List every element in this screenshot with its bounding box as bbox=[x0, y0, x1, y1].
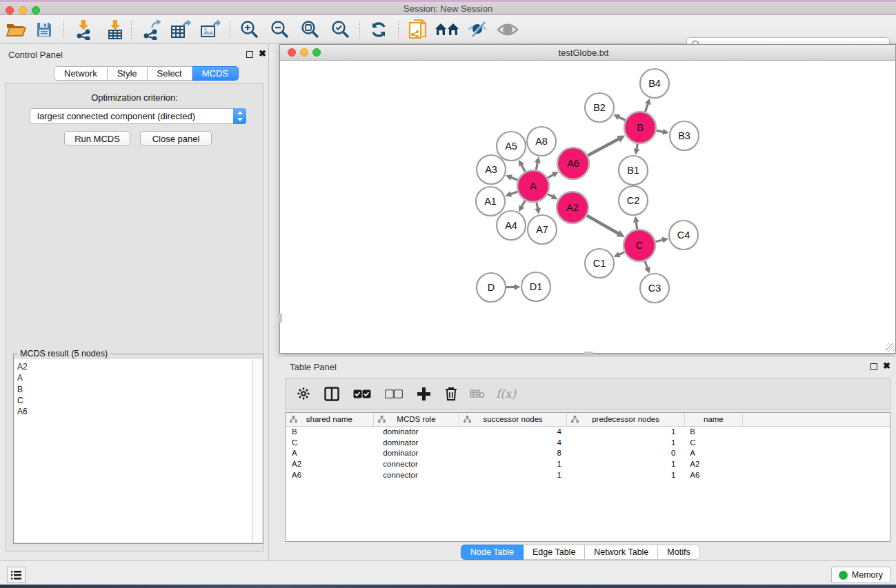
network-graph[interactable]: B4B2BB3A8A5A6A3B1AA1C2A2A4A7C4CC1C3DD1 bbox=[280, 61, 895, 353]
graph-node-A1[interactable]: A1 bbox=[476, 187, 505, 216]
result-list-scrollbar[interactable] bbox=[252, 359, 262, 543]
graph-node-C3[interactable]: C3 bbox=[640, 274, 669, 303]
graph-node-D[interactable]: D bbox=[477, 273, 506, 302]
import-network-icon[interactable] bbox=[74, 19, 92, 40]
function-builder-icon[interactable]: f(x) bbox=[496, 387, 516, 401]
tab-mcds[interactable]: MCDS bbox=[192, 66, 239, 81]
resize-grip[interactable] bbox=[886, 343, 895, 352]
table-row[interactable]: Cdominator41C bbox=[286, 437, 890, 448]
result-list-item[interactable]: B bbox=[17, 384, 252, 395]
save-session-icon[interactable] bbox=[36, 21, 52, 38]
open-session-icon[interactable] bbox=[6, 21, 26, 38]
edge-arrowhead bbox=[535, 156, 541, 163]
create-column-icon[interactable] bbox=[417, 387, 431, 401]
network-canvas[interactable]: B4B2BB3A8A5A6A3B1AA1C2A2A4A7C4CC1C3DD1 bbox=[280, 61, 895, 353]
graph-node-A8[interactable]: A8 bbox=[527, 127, 556, 156]
graph-node-B3[interactable]: B3 bbox=[670, 121, 699, 150]
deselect-all-rows-icon[interactable] bbox=[385, 389, 403, 398]
node-label: A2 bbox=[566, 202, 579, 213]
export-network-icon[interactable] bbox=[141, 19, 161, 40]
tab-node-table[interactable]: Node Table bbox=[461, 545, 524, 560]
column-header-MCDS-role[interactable]: MCDS role bbox=[373, 413, 459, 426]
graph-node-C2[interactable]: C2 bbox=[619, 186, 648, 215]
window-titlebar[interactable]: Session: New Session bbox=[0, 2, 896, 15]
delete-column-icon[interactable] bbox=[445, 387, 457, 401]
table-row[interactable]: A2connector11A2 bbox=[286, 458, 890, 469]
column-header-name[interactable]: name bbox=[684, 413, 742, 426]
delete-table-icon[interactable] bbox=[470, 389, 485, 398]
network-window-title: testGlobe.txt bbox=[280, 48, 887, 58]
node-table[interactable]: shared nameMCDS rolesuccessor nodesprede… bbox=[285, 412, 890, 542]
table-row[interactable]: A6connector11A6 bbox=[286, 469, 890, 480]
graph-node-A7[interactable]: A7 bbox=[528, 215, 557, 244]
home-icon[interactable] bbox=[435, 21, 459, 38]
zoom-in-icon[interactable] bbox=[240, 20, 259, 39]
show-details-icon[interactable] bbox=[497, 22, 519, 37]
float-panel-icon[interactable] bbox=[246, 51, 253, 58]
memory-button[interactable]: Memory bbox=[831, 567, 890, 583]
zoom-selected-icon[interactable] bbox=[331, 20, 350, 39]
column-header-successor-nodes[interactable]: successor nodes bbox=[459, 413, 567, 426]
table-float-panel-icon[interactable] bbox=[870, 363, 877, 370]
graph-node-A6[interactable]: A6 bbox=[557, 148, 589, 179]
optimization-criterion-label: Optimization criterion: bbox=[6, 92, 263, 103]
criterion-dropdown[interactable]: largest connected component (directed) bbox=[30, 108, 246, 124]
table-row[interactable]: Adominator80A bbox=[286, 447, 890, 458]
graph-node-B2[interactable]: B2 bbox=[585, 93, 614, 122]
edge-arrowhead bbox=[633, 216, 639, 223]
graph-node-C[interactable]: C bbox=[624, 230, 655, 261]
toolbar-separator bbox=[398, 21, 399, 39]
status-menu-button[interactable] bbox=[7, 567, 26, 583]
memory-status-icon bbox=[839, 571, 848, 580]
run-mcds-button[interactable]: Run MCDS bbox=[64, 131, 130, 146]
zoom-fit-icon[interactable] bbox=[301, 20, 320, 39]
graph-node-A4[interactable]: A4 bbox=[497, 211, 526, 240]
result-list-item[interactable]: C bbox=[17, 395, 252, 406]
graph-node-C1[interactable]: C1 bbox=[585, 249, 614, 278]
result-list-item[interactable]: A bbox=[17, 372, 252, 383]
column-header-shared-name[interactable]: shared name bbox=[286, 413, 373, 426]
graph-node-D1[interactable]: D1 bbox=[521, 272, 550, 301]
node-label: A4 bbox=[505, 220, 517, 231]
tab-network-table[interactable]: Network Table bbox=[585, 545, 658, 560]
node-label: C3 bbox=[648, 283, 661, 294]
tab-network[interactable]: Network bbox=[54, 66, 108, 81]
node-label: C2 bbox=[627, 195, 640, 206]
graph-node-A2[interactable]: A2 bbox=[557, 192, 588, 223]
column-header-filler bbox=[742, 413, 890, 426]
export-image-icon[interactable] bbox=[200, 19, 221, 40]
hide-details-icon[interactable] bbox=[467, 21, 488, 38]
graph-node-A[interactable]: A bbox=[517, 170, 549, 202]
graph-node-A3[interactable]: A3 bbox=[477, 155, 506, 184]
import-table-icon[interactable] bbox=[106, 19, 124, 40]
graph-node-A5[interactable]: A5 bbox=[497, 132, 526, 161]
tab-edge-table[interactable]: Edge Table bbox=[524, 545, 585, 560]
table-settings-icon[interactable] bbox=[297, 387, 310, 401]
edge-A6-B[interactable] bbox=[586, 139, 620, 156]
network-window-titlebar[interactable]: testGlobe.txt bbox=[280, 45, 895, 61]
mcds-result-list[interactable]: A2ABCA6 bbox=[14, 359, 252, 543]
close-panel-icon[interactable]: ✖ bbox=[259, 48, 266, 59]
refresh-icon[interactable] bbox=[370, 21, 388, 39]
graph-node-B[interactable]: B bbox=[624, 112, 656, 143]
graph-node-C4[interactable]: C4 bbox=[669, 221, 698, 250]
zoom-out-icon[interactable] bbox=[270, 20, 290, 39]
column-header-predecessor-nodes[interactable]: predecessor nodes bbox=[567, 413, 684, 426]
graph-node-B4[interactable]: B4 bbox=[640, 69, 669, 98]
edge-A2-C[interactable] bbox=[585, 214, 619, 234]
tab-motifs[interactable]: Motifs bbox=[658, 545, 699, 560]
result-list-item[interactable]: A2 bbox=[17, 361, 252, 372]
close-panel-button[interactable]: Close panel bbox=[140, 131, 212, 146]
tab-style[interactable]: Style bbox=[108, 66, 148, 81]
node-label: A bbox=[530, 181, 537, 192]
show-columns-icon[interactable] bbox=[324, 387, 339, 401]
tab-select[interactable]: Select bbox=[148, 66, 192, 81]
node-label: B3 bbox=[678, 130, 690, 141]
network-file-icon[interactable] bbox=[408, 19, 428, 41]
table-row[interactable]: Bdominator41B bbox=[286, 426, 890, 437]
result-list-item[interactable]: A6 bbox=[17, 406, 252, 417]
graph-node-B1[interactable]: B1 bbox=[619, 156, 648, 185]
select-all-rows-icon[interactable] bbox=[353, 389, 371, 398]
export-table-icon[interactable] bbox=[170, 19, 191, 40]
table-close-panel-icon[interactable]: ✖ bbox=[883, 361, 890, 371]
